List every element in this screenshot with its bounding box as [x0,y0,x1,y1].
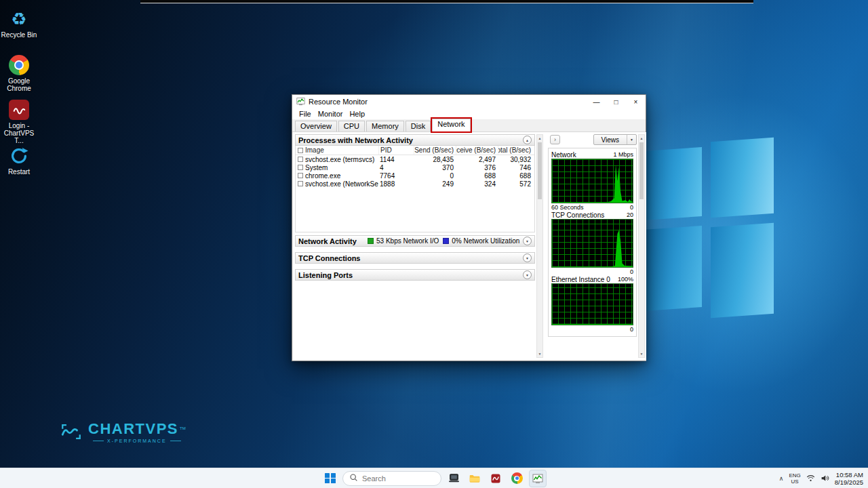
recycle-bin-icon: ♻ [8,8,30,30]
process-total: 572 [498,180,534,188]
graph-label-row: TCP Connections 20 [551,211,633,219]
taskbar-app-chartvps[interactable] [487,470,505,487]
taskbar-app-file-explorer[interactable] [466,470,484,487]
scroll-down-icon[interactable]: ▼ [639,350,644,357]
desktop-icon-recycle-bin[interactable]: ♻ Recycle Bin [0,8,39,39]
brand-tm: TM [180,426,186,430]
menu-monitor[interactable]: Monitor [315,110,347,118]
select-all-checkbox[interactable] [298,148,303,153]
desktop-icon-label: Login - ChartVPS T... [0,122,39,144]
connection-bar-collapsed[interactable] [140,0,753,3]
taskbar-app-chrome[interactable] [508,470,526,487]
header-total[interactable]: Total (B/sec) [498,146,534,155]
views-button[interactable]: Views ▼ [593,134,637,145]
row-checkbox[interactable] [298,165,303,170]
section-title: Network Activity [298,237,363,245]
row-checkbox[interactable] [298,157,303,162]
process-row[interactable]: System 4 370 376 746 [296,163,534,171]
graphs-panel-header: › Views ▼ [548,134,637,145]
tab-network[interactable]: Network [432,119,470,131]
network-utilization-status: 0% Network Utilization [452,237,519,245]
restart-icon [8,145,30,167]
tab-disk[interactable]: Disk [406,121,431,131]
header-receive[interactable]: Receive (B/sec) [456,146,498,155]
language-indicator[interactable]: ENG US [789,472,800,485]
chrome-icon [8,54,30,76]
desktop-icon-google-chrome[interactable]: Google Chrome [0,54,39,92]
network-icon[interactable] [806,474,815,483]
header-pid[interactable]: PID [378,146,414,155]
tcp-connections-section-header[interactable]: TCP Connections ▼ [295,252,535,264]
process-image-cell: svchost.exe (NetworkService... [296,180,378,188]
expand-chevron-icon[interactable]: ▼ [523,237,532,245]
process-image-cell: chrome.exe [296,172,378,180]
row-checkbox[interactable] [298,173,303,178]
collapse-graphs-button[interactable]: › [550,135,560,144]
taskbar-app-resource-monitor[interactable] [529,470,547,487]
scroll-up-icon[interactable]: ▲ [639,135,644,142]
minimize-button[interactable]: — [587,95,606,108]
taskbar-search[interactable] [342,471,441,486]
network-activity-section-header[interactable]: Network Activity 53 Kbps Network I/O 0% … [295,235,535,247]
views-label: Views [594,135,627,144]
clock[interactable]: 10:58 AM 8/19/2025 [835,471,863,486]
process-receive: 376 [456,164,498,171]
graph-footer-row: 60 Seconds 0 [551,203,633,211]
menu-help[interactable]: Help [346,110,368,118]
tray-overflow-chevron-icon[interactable]: ∧ [779,475,784,482]
maximize-button[interactable]: □ [606,95,626,108]
expand-chevron-icon[interactable]: ▼ [523,270,532,279]
process-name: svchost.exe (termsvcs) [305,156,374,163]
process-name: chrome.exe [305,172,340,180]
brand-name: CHARTVPS [88,420,178,437]
graph-label-row: Network 1 Mbps [551,150,633,159]
table-header-row: Image PID Send (B/sec) Receive (B/sec) T… [296,146,534,155]
network-sections-panel: Processes with Network Activity ▲ Image … [295,134,535,281]
processes-table: Image PID Send (B/sec) Receive (B/sec) T… [295,146,535,232]
process-row[interactable]: chrome.exe 7764 0 688 688 [296,171,534,180]
expand-chevron-icon[interactable]: ▼ [523,253,532,262]
volume-icon[interactable] [821,474,829,483]
resource-monitor-window: Resource Monitor — □ × File Monitor Help… [292,94,646,361]
close-button[interactable]: × [626,95,646,108]
processes-section-header[interactable]: Processes with Network Activity ▲ [295,134,535,146]
collapse-chevron-icon[interactable]: ▲ [523,136,532,144]
desktop-icon-login-chartvps[interactable]: Login - ChartVPS T... [0,99,39,144]
system-tray: ∧ ENG US 10:58 AM 8/19/2025 [779,468,865,488]
scrollbar-thumb[interactable] [639,142,644,199]
desktop: ♻ Recycle Bin Google Chrome Login - Char… [0,0,868,488]
menu-bar: File Monitor Help [292,108,646,119]
tab-overview[interactable]: Overview [295,121,337,131]
tab-memory[interactable]: Memory [366,121,404,131]
section-title: Listening Ports [298,271,353,279]
process-receive: 688 [456,172,498,180]
title-bar[interactable]: Resource Monitor — □ × [292,95,646,108]
tab-cpu[interactable]: CPU [338,121,365,131]
process-name: System [305,164,328,171]
scroll-up-icon[interactable]: ▲ [537,135,542,142]
menu-file[interactable]: File [296,110,315,118]
scroll-down-icon[interactable]: ▼ [537,350,542,357]
chartvps-logo-icon [60,420,83,446]
sections-scrollbar[interactable]: ▲ ▼ [536,134,543,358]
graph-scale-min: 0 [630,268,633,275]
listening-ports-section-header[interactable]: Listening Ports ▼ [295,269,535,281]
scrollbar-thumb[interactable] [538,142,542,199]
dropdown-arrow-icon[interactable]: ▼ [627,135,636,144]
process-row[interactable]: svchost.exe (NetworkService... 1888 249 … [296,180,534,188]
row-checkbox[interactable] [298,181,303,186]
window-client-area: Processes with Network Activity ▲ Image … [293,132,646,361]
start-button[interactable] [321,470,339,487]
taskbar-app-remote-desktop[interactable] [445,470,462,487]
graphs-scrollbar[interactable]: ▲ ▼ [638,134,645,358]
process-row[interactable]: svchost.exe (termsvcs) 1144 28,435 2,497… [296,155,534,163]
desktop-icon-label: Restart [0,168,39,176]
network-io-status: 53 Kbps Network I/O [376,237,439,245]
header-send[interactable]: Send (B/sec) [414,146,456,155]
graph-scale-max: 100% [618,276,633,283]
language-line2: US [789,479,800,485]
search-input[interactable] [362,474,430,483]
section-title: TCP Connections [298,254,360,262]
desktop-icon-restart[interactable]: Restart [0,145,39,176]
brand-tagline: X-PERFORMANCE [88,439,186,443]
